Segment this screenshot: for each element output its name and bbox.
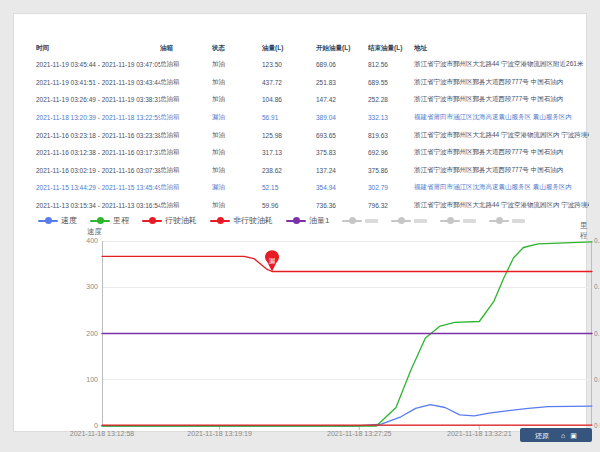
right-axis-tick-label: 0.05 km bbox=[594, 376, 600, 383]
cell-tank: 总油箱 bbox=[160, 60, 212, 69]
cell-amount: 317.13 bbox=[262, 149, 316, 156]
fuel-chart[interactable]: 漏 bbox=[102, 241, 592, 426]
cell-tank: 总油箱 bbox=[160, 201, 212, 210]
legend-dot-icon bbox=[349, 217, 356, 224]
legend-item-里程[interactable]: 里程 bbox=[90, 215, 129, 226]
cell-tank: 总油箱 bbox=[160, 166, 212, 175]
cell-address: 浙江省宁波市鄞州区鄞县大道西段777号 中国石油内 bbox=[414, 78, 589, 87]
legend-dot-icon bbox=[217, 217, 224, 224]
cell-address: 浙江省宁波市鄞州区鄞县大道西段777号 中国石油内 bbox=[414, 148, 589, 157]
legend-marker-icon bbox=[38, 220, 58, 222]
legend-dot-icon bbox=[45, 217, 52, 224]
table-row[interactable]: 2021-11-19 03:26:49 - 2021-11-19 03:38:3… bbox=[36, 91, 589, 109]
legend-marker-icon bbox=[342, 220, 362, 222]
x-axis-label: 2021-11-18 13:27:25 bbox=[327, 430, 391, 437]
table-row[interactable]: 2021-11-16 03:23:18 - 2021-11-16 03:23:3… bbox=[36, 126, 589, 144]
cell-start: 251.83 bbox=[316, 79, 368, 86]
col-header-time: 时间 bbox=[36, 44, 160, 53]
table-row[interactable]: 2021-11-16 03:02:19 - 2021-11-16 03:07:3… bbox=[36, 162, 589, 180]
cell-start: 736.36 bbox=[316, 202, 368, 209]
legend-dot-icon bbox=[398, 217, 405, 224]
left-axis-tick-label: 400 bbox=[70, 237, 98, 244]
legend-item-disabled[interactable] bbox=[391, 219, 427, 223]
cell-amount: 437.72 bbox=[262, 79, 316, 86]
cell-start: 137.24 bbox=[316, 167, 368, 174]
legend-marker-icon bbox=[489, 220, 509, 222]
cell-end: 252.28 bbox=[368, 96, 414, 103]
cell-end: 332.13 bbox=[368, 114, 414, 121]
cell-start: 375.83 bbox=[316, 149, 368, 156]
save-image-icon[interactable]: ▣ bbox=[570, 432, 577, 439]
home-icon[interactable]: ⌂ bbox=[561, 432, 565, 439]
right-axis-tick-label: 0.15 km bbox=[594, 283, 600, 290]
legend-item-disabled[interactable] bbox=[489, 219, 525, 223]
table-row[interactable]: 2021-11-19 03:45:44 - 2021-11-19 03:47:0… bbox=[36, 56, 589, 74]
x-axis-label: 2021-11-18 13:32:21 bbox=[447, 430, 511, 437]
chart-toolbar: 还原 ⌂▣ bbox=[520, 428, 592, 442]
left-axis-tick-label: 0 bbox=[70, 422, 98, 429]
cell-address: 浙江省宁波市鄞州区大北路44 宁波空港物流园区内 宁波跨境电子商务园地西北507… bbox=[414, 131, 589, 140]
cell-time: 2021-11-16 03:12:38 - 2021-11-16 03:17:3… bbox=[36, 149, 160, 156]
fuel-events-table: 时间 油箱 状态 油量(L) 开始油量(L) 结束油量(L) 地址 2021-1… bbox=[36, 41, 589, 214]
toolbar-icons: ⌂▣ bbox=[556, 432, 577, 439]
cell-time: 2021-11-16 03:23:18 - 2021-11-16 03:23:3… bbox=[36, 132, 160, 139]
cell-status: 漏油 bbox=[212, 113, 262, 122]
table-row[interactable]: 2021-11-13 03:15:34 - 2021-11-13 03:16:5… bbox=[36, 197, 589, 215]
legend-item-disabled[interactable] bbox=[440, 219, 476, 223]
legend-label: 油量1 bbox=[309, 215, 329, 226]
legend-item-非行驶油耗[interactable]: 非行驶油耗 bbox=[210, 215, 273, 226]
cell-status: 加油 bbox=[212, 201, 262, 210]
cell-start: 147.42 bbox=[316, 96, 368, 103]
cell-status: 加油 bbox=[212, 131, 262, 140]
legend-label-faded bbox=[463, 219, 476, 223]
cell-status: 加油 bbox=[212, 78, 262, 87]
cell-time: 2021-11-15 13:44:29 - 2021-11-15 13:45:4… bbox=[36, 184, 160, 191]
cell-address: 浙江省宁波市鄞州区大北路44 宁波空港物流园区附近261米 bbox=[414, 60, 589, 69]
legend-marker-icon bbox=[210, 220, 230, 222]
cell-status: 漏油 bbox=[212, 183, 262, 192]
cell-amount: 238.62 bbox=[262, 167, 316, 174]
legend-item-行驶油耗[interactable]: 行驶油耗 bbox=[142, 215, 197, 226]
right-axis-tick-label: 0 km bbox=[594, 422, 600, 429]
legend-marker-icon bbox=[90, 220, 110, 222]
table-row[interactable]: 2021-11-19 03:41:51 - 2021-11-19 03:43:4… bbox=[36, 74, 589, 92]
legend-label-faded bbox=[365, 219, 378, 223]
cell-time: 2021-11-13 03:15:34 - 2021-11-13 03:16:5… bbox=[36, 202, 160, 209]
legend-marker-icon bbox=[391, 220, 411, 222]
cell-address: 浙江省宁波市鄞州区鄞县大道西段777号 中国石油内 bbox=[414, 166, 589, 175]
left-axis-tick-label: 200 bbox=[70, 330, 98, 337]
restore-zoom-button[interactable]: 还原 bbox=[535, 432, 549, 439]
cell-end: 692.96 bbox=[368, 149, 414, 156]
series-line-非行驶油耗 bbox=[102, 256, 592, 271]
legend-label: 非行驶油耗 bbox=[233, 215, 273, 226]
content-panel: 时间 油箱 状态 油量(L) 开始油量(L) 结束油量(L) 地址 2021-1… bbox=[13, 13, 587, 432]
cell-start: 693.65 bbox=[316, 132, 368, 139]
cell-status: 加油 bbox=[212, 166, 262, 175]
series-line-速度 bbox=[102, 405, 592, 426]
table-row[interactable]: 2021-11-16 03:12:38 - 2021-11-16 03:17:3… bbox=[36, 144, 589, 162]
cell-status: 加油 bbox=[212, 148, 262, 157]
cell-tank: 总油箱 bbox=[160, 78, 212, 87]
cell-end: 819.63 bbox=[368, 132, 414, 139]
legend-label-faded bbox=[414, 219, 427, 223]
legend-item-速度[interactable]: 速度 bbox=[38, 215, 77, 226]
col-header-address: 地址 bbox=[414, 44, 589, 53]
legend-dot-icon bbox=[447, 217, 454, 224]
legend-item-disabled[interactable] bbox=[342, 219, 378, 223]
cell-tank: 总油箱 bbox=[160, 95, 212, 104]
cell-end: 689.55 bbox=[368, 79, 414, 86]
cell-tank: 总油箱 bbox=[160, 131, 212, 140]
col-header-status: 状态 bbox=[212, 44, 262, 53]
cell-start: 689.06 bbox=[316, 61, 368, 68]
cell-end: 375.86 bbox=[368, 167, 414, 174]
legend-label: 里程 bbox=[113, 215, 129, 226]
cell-end: 812.56 bbox=[368, 61, 414, 68]
left-axis-tick-label: 300 bbox=[70, 283, 98, 290]
legend-marker-icon bbox=[142, 220, 162, 222]
cell-address: 浙江省宁波市鄞州区鄞县大道西段777号 中国石油内 bbox=[414, 95, 589, 104]
table-row[interactable]: 2021-11-15 13:44:29 - 2021-11-15 13:45:4… bbox=[36, 179, 589, 197]
table-row[interactable]: 2021-11-18 13:20:39 - 2021-11-18 13:22:5… bbox=[36, 109, 589, 127]
cell-time: 2021-11-19 03:41:51 - 2021-11-19 03:43:4… bbox=[36, 79, 160, 86]
legend-item-油量1[interactable]: 油量1 bbox=[286, 215, 329, 226]
cell-tank: 总油箱 bbox=[160, 113, 212, 122]
